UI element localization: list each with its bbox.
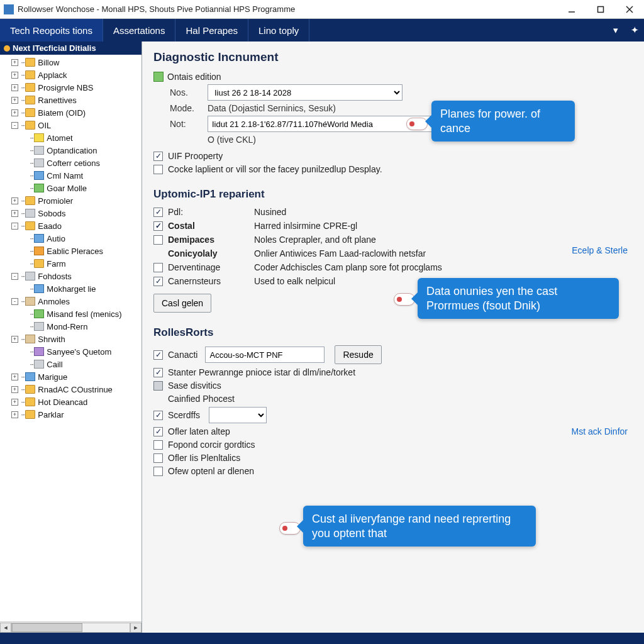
tree-spacer bbox=[20, 172, 27, 179]
ribbon-tab-2[interactable]: Hal Perapes bbox=[175, 19, 248, 42]
rolesrorts-row: Ofler laten altep bbox=[153, 426, 629, 436]
nos-select[interactable]: Iiust 26 2 18-14 2028 bbox=[208, 84, 402, 101]
tree-item[interactable]: ····Atomet bbox=[3, 131, 142, 144]
titlebar: Rollowser Wonchose - Monall HPS, Shouts … bbox=[0, 0, 644, 19]
rolesrorts-checkbox[interactable] bbox=[153, 427, 163, 436]
tree-item[interactable]: -····Fohdosts bbox=[3, 270, 142, 282]
minimize-button[interactable] bbox=[557, 0, 586, 19]
main-panel: Diagnostic Incnument Ontais edition Nos.… bbox=[142, 42, 644, 633]
tree-item[interactable]: ····Misand fesl (menics) bbox=[3, 308, 142, 320]
rolesrorts-checkbox[interactable] bbox=[153, 368, 163, 377]
option-name: Pdl: bbox=[168, 207, 183, 217]
expand-icon[interactable]: + bbox=[11, 374, 18, 380]
expand-icon[interactable]: + bbox=[11, 59, 18, 66]
maximize-button[interactable] bbox=[586, 0, 615, 19]
tree-item[interactable]: +····Applack bbox=[3, 69, 142, 81]
tree-item[interactable]: +····Ranettives bbox=[3, 94, 142, 106]
tree-item[interactable]: ····Mond-Rern bbox=[3, 320, 142, 333]
hscroll-right-icon[interactable]: ► bbox=[130, 623, 142, 633]
option-checkbox[interactable] bbox=[153, 235, 163, 245]
ribbon-tab-1[interactable]: Assertations bbox=[103, 19, 176, 42]
collapse-icon[interactable]: - bbox=[11, 223, 18, 230]
expand-icon[interactable]: + bbox=[11, 411, 18, 418]
tree-item[interactable]: +····Hot Dieancad bbox=[3, 396, 142, 408]
expand-icon[interactable]: + bbox=[11, 336, 18, 343]
expand-icon[interactable]: + bbox=[11, 97, 18, 104]
expand-icon[interactable]: + bbox=[11, 109, 18, 116]
ribbon-tab-3[interactable]: Lino toply bbox=[248, 19, 309, 42]
tree-item-label: Biatem (OID) bbox=[38, 108, 86, 118]
tree-item[interactable]: ····Cml Namt bbox=[3, 169, 142, 182]
node-icon bbox=[25, 297, 35, 306]
resude-button[interactable]: Resude bbox=[335, 345, 381, 364]
tree-item[interactable]: ····Caill bbox=[3, 358, 142, 370]
node-icon bbox=[25, 372, 35, 381]
option-checkbox[interactable] bbox=[153, 263, 163, 272]
casl-gelen-button[interactable]: Casl gelen bbox=[153, 294, 211, 313]
expand-icon[interactable]: + bbox=[11, 197, 18, 204]
tree-item-label: Optandication bbox=[47, 146, 97, 155]
rolesrorts-checkbox[interactable] bbox=[153, 381, 163, 391]
option-checkbox[interactable] bbox=[153, 208, 163, 217]
tree-item[interactable]: ····Autio bbox=[3, 232, 142, 245]
collapse-icon[interactable]: - bbox=[11, 298, 18, 305]
rolesrorts-checkbox[interactable] bbox=[153, 467, 163, 476]
expand-icon[interactable]: + bbox=[11, 84, 18, 91]
canacti-input[interactable] bbox=[205, 347, 325, 363]
tree-item[interactable]: ····Farm bbox=[3, 257, 142, 270]
expand-icon[interactable]: + bbox=[11, 399, 18, 406]
section2-link[interactable]: Ecelp & Sterle bbox=[572, 245, 628, 255]
scerdifs-select[interactable] bbox=[209, 407, 267, 423]
section3-link[interactable]: Mst ack Dinfor bbox=[572, 426, 628, 436]
option-checkbox[interactable] bbox=[153, 277, 163, 286]
tree-item[interactable]: +····RnadAC COustrinue bbox=[3, 383, 142, 396]
ribbon-tab-0[interactable]: Tech Reopoits tions bbox=[0, 19, 103, 42]
close-button[interactable] bbox=[615, 0, 644, 19]
chk-uif[interactable] bbox=[153, 152, 163, 161]
option-name: Canernsteurs bbox=[168, 276, 221, 286]
option-desc: Harred inlsirmine CPRE-gl bbox=[254, 221, 629, 231]
expand-icon[interactable]: + bbox=[11, 72, 18, 79]
expand-icon[interactable]: + bbox=[11, 210, 18, 217]
rolesrorts-checkbox[interactable] bbox=[153, 453, 163, 463]
tree-item[interactable]: ····Goar Molle bbox=[3, 182, 142, 194]
chk-canacti[interactable] bbox=[153, 350, 163, 360]
expand-icon[interactable]: + bbox=[11, 386, 18, 393]
tree-item[interactable]: +····Billow bbox=[3, 56, 142, 69]
tree-item[interactable]: ····Eablic Pleraces bbox=[3, 245, 142, 257]
rolesrorts-row: Scerdffs bbox=[153, 407, 629, 423]
chk-cocke-label: Cocke laplient or vill sor the facey pun… bbox=[168, 164, 382, 174]
tree-item[interactable]: ····Mokharget lie bbox=[3, 282, 142, 295]
tree-item[interactable]: -····OIL bbox=[3, 119, 142, 131]
tree-item[interactable]: ····Optandication bbox=[3, 144, 142, 157]
collapse-icon[interactable]: - bbox=[11, 122, 18, 129]
tree-item[interactable]: ····Sanyee's Quetom bbox=[3, 345, 142, 358]
node-icon bbox=[34, 247, 44, 255]
rolesrorts-checkbox[interactable] bbox=[153, 440, 163, 450]
tree-item[interactable]: +····Shrwith bbox=[3, 333, 142, 345]
rolesrorts-checkbox[interactable] bbox=[153, 411, 163, 420]
edition-icon bbox=[153, 72, 164, 82]
rolesrorts-row: Sase disvitics bbox=[153, 380, 629, 391]
hscroll-left-icon[interactable]: ◄ bbox=[0, 623, 11, 633]
collapse-icon[interactable]: - bbox=[11, 273, 18, 280]
rolesrorts-label: Stanter Pewrannge pnioce istar di dlm/in… bbox=[168, 367, 355, 377]
tree-item[interactable]: +····Biatem (OID) bbox=[3, 106, 142, 119]
tree-item[interactable]: +····Marigue bbox=[3, 370, 142, 383]
tree-item[interactable]: -····Eaado bbox=[3, 219, 142, 232]
tree-header[interactable]: Next ITecficial Ditialis bbox=[0, 42, 142, 55]
ribbon-help-icon[interactable]: ✦ bbox=[625, 19, 644, 42]
hscroll-thumb[interactable] bbox=[12, 623, 82, 632]
tree-item[interactable]: ····Cofterr cetions bbox=[3, 157, 142, 169]
chk-cocke[interactable] bbox=[153, 165, 163, 174]
node-icon bbox=[34, 309, 44, 318]
hscroll-track[interactable] bbox=[11, 623, 130, 633]
sidebar-hscrollbar[interactable]: ◄ ► bbox=[0, 621, 142, 633]
tree-item[interactable]: +····Promioler bbox=[3, 194, 142, 207]
tree-item[interactable]: +····Sobods bbox=[3, 207, 142, 219]
tree-item[interactable]: +····Parklar bbox=[3, 408, 142, 421]
option-checkbox[interactable] bbox=[153, 221, 163, 231]
tree-item[interactable]: +····Prosigrvle NBS bbox=[3, 81, 142, 94]
ribbon-dropdown-icon[interactable]: ▾ bbox=[606, 19, 625, 42]
tree-item[interactable]: -····Anmoles bbox=[3, 295, 142, 308]
